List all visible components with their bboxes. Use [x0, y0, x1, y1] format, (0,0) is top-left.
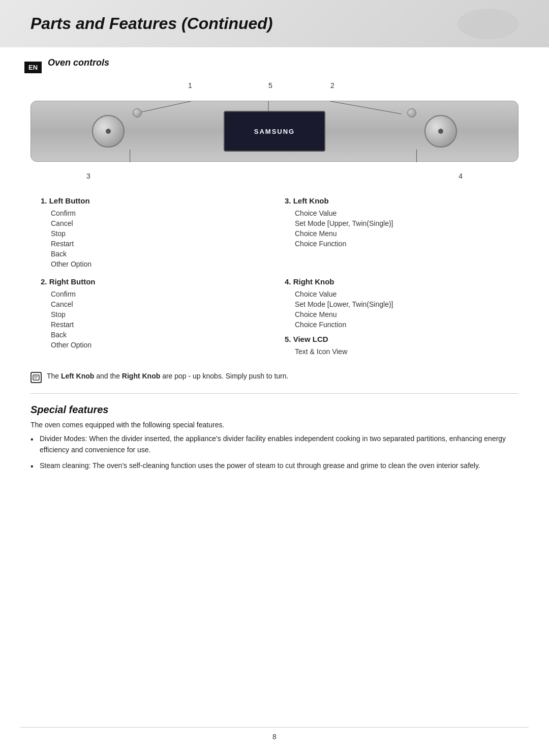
diagram-bottom-numbers: 3 4 — [30, 172, 518, 180]
right-button — [407, 108, 416, 118]
special-features-intro: The oven comes equipped with the followi… — [30, 421, 518, 429]
language-badge: EN — [24, 62, 42, 73]
svg-rect-5 — [33, 375, 39, 380]
diagram-number-2: 2 — [330, 81, 334, 90]
left-knob-item-value: Choice Value — [285, 208, 508, 218]
left-button-item-stop: Stop — [41, 228, 264, 239]
left-button-item-cancel: Cancel — [41, 218, 264, 228]
right-knob-item-menu: Choice Menu — [285, 309, 508, 319]
right-knob-item-function: Choice Function — [285, 319, 508, 330]
page-footer: 8 — [0, 727, 549, 741]
right-knob-item-mode: Set Mode [Lower, Twin(Single)] — [285, 299, 508, 309]
page-title: Parts and Features (Continued) — [30, 14, 525, 33]
diagram-number-1: 1 — [188, 81, 192, 90]
left-knob-body — [92, 115, 125, 148]
left-knob-heading: 3. Left Knob — [285, 196, 508, 205]
left-knob-item-mode: Set Mode [Upper, Twin(Single)] — [285, 218, 508, 228]
right-button-item-stop: Stop — [41, 309, 264, 319]
right-button-item-restart: Restart — [41, 319, 264, 330]
note-symbol-icon — [33, 374, 40, 381]
left-knob-dot — [106, 129, 111, 134]
diagram-number-4: 4 — [459, 172, 463, 180]
left-button-item-other: Other Option — [41, 259, 264, 269]
right-button-item-back: Back — [41, 330, 264, 340]
oven-panel: SAMSUNG — [30, 101, 518, 162]
special-features-section: Special features The oven comes equipped… — [30, 404, 518, 471]
left-button-item-back: Back — [41, 249, 264, 259]
left-knob — [92, 115, 125, 148]
special-features-list: Divider Modes: When the divider inserted… — [30, 433, 518, 471]
left-knob-item-function: Choice Function — [285, 239, 508, 249]
oven-diagram: 1 5 2 SAMSUNG — [30, 81, 518, 180]
controls-grid: 1. Left Button Confirm Cancel Stop Resta… — [30, 192, 518, 361]
right-button-heading: 2. Right Button — [41, 277, 264, 286]
right-knob-dot — [438, 129, 443, 134]
note-text: The Left Knob and the Right Knob are pop… — [47, 371, 288, 382]
left-button-item-restart: Restart — [41, 239, 264, 249]
left-button-heading: 1. Left Button — [41, 196, 264, 205]
right-knob-item-value: Choice Value — [285, 289, 508, 299]
left-button-item-confirm: Confirm — [41, 208, 264, 218]
note-row: The Left Knob and the Right Knob are pop… — [30, 371, 518, 383]
view-lcd-item-text: Text & Icon View — [285, 346, 508, 357]
special-features-item-divider: Divider Modes: When the divider inserted… — [30, 433, 518, 456]
right-button-item-cancel: Cancel — [41, 299, 264, 309]
left-knob-item-menu: Choice Menu — [285, 228, 508, 239]
right-knob-section: 4. Right Knob Choice Value Set Mode [Low… — [274, 273, 518, 361]
section-divider — [30, 393, 518, 394]
samsung-logo: SAMSUNG — [254, 128, 295, 135]
page-number: 8 — [272, 733, 277, 741]
lcd-panel: SAMSUNG — [224, 111, 325, 152]
diagram-number-3: 3 — [86, 172, 90, 180]
section-heading: EN Oven controls — [0, 52, 549, 73]
right-knob — [424, 115, 457, 148]
footer-divider — [20, 727, 529, 728]
right-button-item-other: Other Option — [41, 340, 264, 350]
page-header: Parts and Features (Continued) — [0, 0, 549, 47]
left-knob-section: 3. Left Knob Choice Value Set Mode [Uppe… — [274, 192, 518, 273]
right-knob-heading: 4. Right Knob — [285, 277, 508, 286]
right-button-item-confirm: Confirm — [41, 289, 264, 299]
diagram-number-5: 5 — [268, 81, 272, 90]
oven-controls-title: Oven controls — [48, 57, 109, 68]
special-features-title: Special features — [30, 404, 518, 416]
svg-line-2 — [330, 101, 402, 114]
view-lcd-heading: 5. View LCD — [285, 335, 508, 343]
right-button-section: 2. Right Button Confirm Cancel Stop Rest… — [30, 273, 274, 361]
special-features-item-steam: Steam cleaning: The oven's self-cleaning… — [30, 460, 518, 471]
left-button-section: 1. Left Button Confirm Cancel Stop Resta… — [30, 192, 274, 273]
right-knob-body — [424, 115, 457, 148]
left-button — [133, 108, 142, 118]
note-icon — [30, 372, 42, 383]
